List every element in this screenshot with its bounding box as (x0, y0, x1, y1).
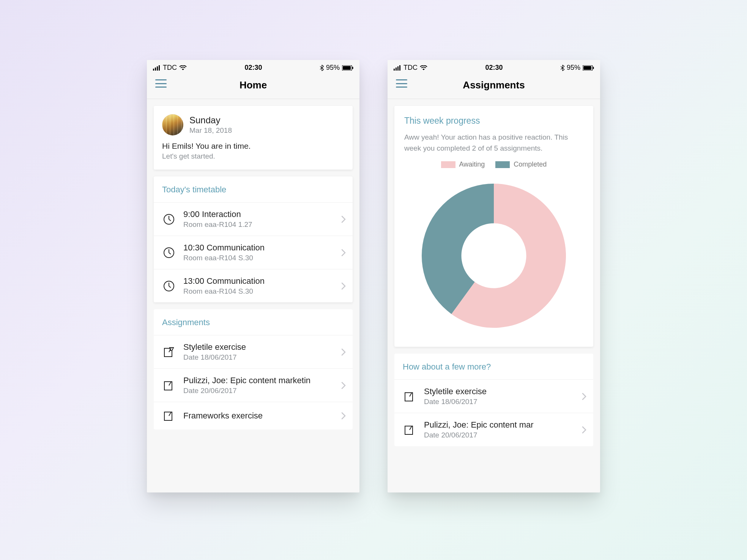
status-bar: TDC 02:30 95% (147, 60, 359, 74)
legend-awaiting: Awaiting (441, 160, 485, 168)
battery-icon (583, 65, 594, 71)
clock-label: 02:30 (244, 64, 262, 72)
svg-line-9 (169, 219, 171, 221)
assignment-item[interactable]: Pulizzi, Joe: Epic content mar Date 20/0… (394, 413, 593, 446)
note-icon (162, 379, 176, 392)
greeting-subtext: Let's get started. (162, 152, 344, 160)
progress-text: Aww yeah! Your action has a positive rea… (404, 132, 583, 154)
svg-line-30 (410, 393, 412, 396)
svg-rect-1 (155, 68, 156, 71)
wifi-icon (420, 65, 427, 71)
clock-icon (162, 212, 176, 226)
item-title: Pulizzi, Joe: Epic content mar (424, 420, 581, 430)
nav-title: Home (240, 79, 267, 91)
item-sub: Date 18/06/2017 (424, 398, 581, 406)
legend-label-awaiting: Awaiting (459, 160, 485, 168)
item-sub: Room eaa-R104 1.27 (183, 220, 340, 229)
signal-icon (394, 65, 401, 71)
assignment-item[interactable]: Styletile exercise Date 18/06/2017 (154, 335, 353, 369)
chart-legend: Awaiting Completed (404, 160, 583, 168)
clock-icon (162, 246, 176, 260)
carrier-label: TDC (403, 64, 418, 72)
greeting-day: Sunday (189, 115, 232, 126)
bluetooth-icon (320, 65, 324, 71)
battery-pct-label: 95% (326, 64, 340, 72)
item-title: 9:00 Interaction (183, 209, 340, 219)
menu-button[interactable] (155, 79, 167, 88)
item-title: 10:30 Communication (183, 243, 340, 253)
avatar (162, 114, 183, 135)
clock-icon (162, 279, 176, 293)
battery-pct-label: 95% (567, 64, 580, 72)
svg-rect-0 (153, 69, 154, 71)
item-title: Frameworks exercise (183, 411, 340, 421)
greeting-card: Sunday Mar 18, 2018 Hi Emils! You are in… (154, 106, 353, 170)
item-title: Pulizzi, Joe: Epic content marketin (183, 376, 340, 385)
chevron-right-icon (340, 347, 347, 357)
assignment-item[interactable]: Pulizzi, Joe: Epic content marketin Date… (154, 369, 353, 402)
item-sub: Date 20/06/2017 (183, 387, 340, 395)
more-assignments-card: How about a few more? Styletile exercise… (394, 354, 593, 446)
item-sub: Room eaa-R104 S.30 (183, 287, 340, 296)
greeting-message: Hi Emils! You are in time. (162, 142, 344, 151)
note-icon (162, 345, 176, 359)
wifi-icon (179, 65, 187, 71)
phone-assignments: TDC 02:30 95% Assignments This week prog… (388, 60, 600, 492)
assignments-card: Assignments Styletile exercise Date 18/0… (154, 309, 353, 429)
menu-button[interactable] (396, 79, 407, 88)
svg-rect-22 (394, 69, 395, 71)
svg-rect-25 (399, 65, 400, 71)
timetable-item[interactable]: 10:30 Communication Room eaa-R104 S.30 (154, 236, 353, 269)
svg-line-12 (169, 253, 171, 254)
status-bar: TDC 02:30 95% (388, 60, 600, 74)
timetable-item[interactable]: 13:00 Communication Room eaa-R104 S.30 (154, 269, 353, 302)
item-title: Styletile exercise (183, 342, 340, 352)
nav-bar: Assignments (388, 74, 600, 99)
chevron-right-icon (340, 281, 347, 291)
carrier-label: TDC (163, 64, 177, 72)
note-icon (403, 423, 416, 437)
chevron-right-icon (340, 380, 347, 391)
legend-label-completed: Completed (514, 160, 547, 168)
note-icon (162, 409, 176, 423)
donut-chart (404, 176, 583, 335)
legend-swatch-completed (495, 161, 510, 168)
svg-line-19 (169, 382, 171, 385)
nav-bar: Home (147, 74, 359, 99)
note-icon (403, 390, 416, 403)
timetable-item[interactable]: 9:00 Interaction Room eaa-R104 1.27 (154, 203, 353, 236)
more-heading: How about a few more? (394, 354, 593, 380)
svg-rect-5 (343, 66, 351, 70)
progress-heading: This week progress (404, 116, 583, 126)
phone-home: TDC 02:30 95% Home Sunday Mar 18, (147, 60, 359, 492)
svg-rect-23 (396, 68, 397, 71)
bluetooth-icon (561, 65, 564, 71)
chevron-right-icon (340, 411, 347, 421)
nav-title: Assignments (463, 79, 525, 91)
timetable-card: Today's timetable 9:00 Interaction Room … (154, 176, 353, 302)
svg-rect-2 (157, 66, 158, 71)
item-title: 13:00 Communication (183, 276, 340, 286)
chevron-right-icon (340, 214, 347, 225)
greeting-date: Mar 18, 2018 (189, 126, 232, 135)
svg-rect-24 (397, 66, 399, 71)
assignments-heading: Assignments (154, 309, 353, 335)
item-sub: Date 20/06/2017 (424, 431, 581, 439)
chevron-right-icon (581, 391, 587, 402)
svg-line-15 (169, 286, 171, 288)
assignment-item[interactable]: Styletile exercise Date 18/06/2017 (394, 380, 593, 413)
assignment-item[interactable]: Frameworks exercise (154, 402, 353, 429)
chevron-right-icon (581, 425, 587, 435)
legend-swatch-awaiting (441, 161, 455, 168)
progress-card: This week progress Aww yeah! Your action… (394, 106, 593, 347)
item-title: Styletile exercise (424, 387, 581, 396)
item-sub: Date 18/06/2017 (183, 353, 340, 362)
svg-rect-27 (583, 66, 591, 70)
item-sub: Room eaa-R104 S.30 (183, 254, 340, 262)
svg-rect-3 (159, 65, 160, 71)
timetable-heading: Today's timetable (154, 176, 353, 203)
chevron-right-icon (340, 247, 347, 258)
svg-rect-6 (352, 67, 353, 69)
signal-icon (153, 65, 161, 71)
svg-line-21 (169, 412, 171, 416)
